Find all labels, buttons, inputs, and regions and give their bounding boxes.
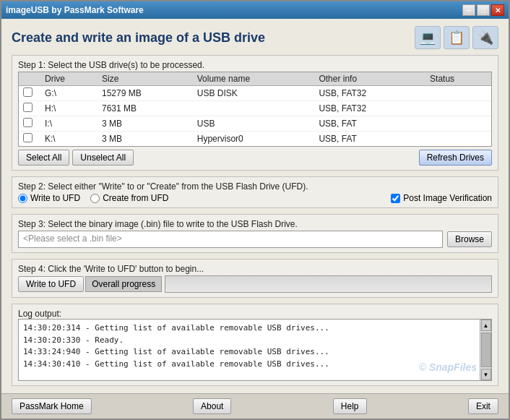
create-radio-text: Create from UFD xyxy=(103,193,168,203)
passmark-home-button[interactable]: PassMark Home xyxy=(12,398,92,414)
log-scrollbar: ▲ ▼ xyxy=(480,320,491,380)
post-verify-label[interactable]: Post Image Verification xyxy=(391,193,492,203)
log-line: 14:30:20:330 - Ready. xyxy=(23,335,475,347)
step2-section: Step 2: Select either "Write" to or "Cre… xyxy=(12,176,498,208)
drive-checkbox-cell[interactable] xyxy=(19,86,40,101)
step3-section: Step 3: Select the binary image (.bin) f… xyxy=(12,214,498,253)
drive-checkbox-0[interactable] xyxy=(23,87,33,97)
progress-row: Write to UFD Overall progress xyxy=(18,275,492,293)
create-radio[interactable] xyxy=(90,194,100,203)
progress-label: Overall progress xyxy=(85,276,162,292)
write-radio-text: Write to UFD xyxy=(30,193,80,203)
col-other: Other info xyxy=(314,72,425,86)
step3-row: <Please select a .bin file> Browse xyxy=(18,231,492,248)
log-text: 14:30:20:314 - Getting list of available… xyxy=(19,320,480,380)
drive-volume: USB DISK xyxy=(193,86,315,101)
browse-button[interactable]: Browse xyxy=(447,231,492,247)
app-title: Create and write an image of a USB drive xyxy=(12,30,265,46)
write-radio[interactable] xyxy=(18,194,27,203)
drive-checkbox-1[interactable] xyxy=(23,103,33,112)
drive-checkbox-2[interactable] xyxy=(23,118,33,127)
drive-volume: USB xyxy=(193,116,315,132)
log-label: Log output: xyxy=(18,309,492,319)
header-row: Create and write an image of a USB drive… xyxy=(12,26,498,49)
col-check xyxy=(19,72,40,86)
radio-group: Write to UFD Create from UFD xyxy=(18,193,168,203)
drive-other: USB, FAT32 xyxy=(314,101,425,116)
drive-checkbox-cell[interactable] xyxy=(19,116,40,132)
drive-other: USB, FAT xyxy=(314,116,425,132)
col-status: Status xyxy=(425,72,491,86)
write-radio-label[interactable]: Write to UFD xyxy=(18,193,80,203)
create-radio-label[interactable]: Create from UFD xyxy=(90,193,168,203)
file-input[interactable]: <Please select a .bin file> xyxy=(18,231,443,248)
select-all-button[interactable]: Select All xyxy=(18,150,69,166)
step2-row: Write to UFD Create from UFD Post Image … xyxy=(18,193,492,203)
drive-checkbox-cell[interactable] xyxy=(19,132,40,147)
drive-other: USB, FAT xyxy=(314,132,425,147)
drive-name: G:\ xyxy=(40,86,98,101)
drive-name: H:\ xyxy=(40,101,98,116)
computer-icon: 💻 xyxy=(415,26,441,49)
drive-other: USB, FAT32 xyxy=(314,86,425,101)
refresh-drives-button[interactable]: Refresh Drives xyxy=(419,150,492,166)
window-title: imageUSB by PassMark Software xyxy=(6,5,144,15)
main-content: Create and write an image of a USB drive… xyxy=(1,19,509,393)
col-volume: Volume name xyxy=(193,72,315,86)
progress-bar xyxy=(165,275,492,293)
about-button[interactable]: About xyxy=(193,398,231,414)
table-row: H:\ 7631 MB USB, FAT32 xyxy=(19,101,491,116)
usb-icon: 🔌 xyxy=(472,26,498,49)
log-line: 14:30:20:314 - Getting list of available… xyxy=(23,322,475,335)
drive-size: 3 MB xyxy=(98,132,193,147)
col-size: Size xyxy=(98,72,193,86)
col-drive: Drive xyxy=(40,72,98,86)
help-button[interactable]: Help xyxy=(333,398,367,414)
log-container: 14:30:20:314 - Getting list of available… xyxy=(18,319,492,381)
footer: PassMark Home About Help Exit xyxy=(1,393,509,419)
main-window: imageUSB by PassMark Software – □ ✕ Crea… xyxy=(0,0,510,420)
scrollbar-down-button[interactable]: ▼ xyxy=(481,369,491,380)
table-row: I:\ 3 MB USB USB, FAT xyxy=(19,116,491,132)
drive-status xyxy=(425,116,491,132)
table-header-row: Drive Size Volume name Other info Status xyxy=(19,72,491,86)
post-verify-text: Post Image Verification xyxy=(403,193,492,203)
drive-status xyxy=(425,86,491,101)
step1-label: Step 1: Select the USB drive(s) to be pr… xyxy=(18,60,492,70)
drive-size: 15279 MB xyxy=(98,86,193,101)
scrollbar-thumb[interactable] xyxy=(481,333,491,367)
step2-label: Step 2: Select either "Write" to or "Cre… xyxy=(18,181,492,192)
drive-checkbox-cell[interactable] xyxy=(19,101,40,116)
window-controls: – □ ✕ xyxy=(462,4,504,16)
unselect-all-button[interactable]: Unselect All xyxy=(72,150,134,166)
drive-volume: Hypervisor0 xyxy=(193,132,315,147)
title-bar: imageUSB by PassMark Software – □ ✕ xyxy=(1,1,509,19)
write-ufd-button[interactable]: Write to UFD xyxy=(18,276,84,292)
table-row: G:\ 15279 MB USB DISK USB, FAT32 xyxy=(19,86,491,101)
drive-volume xyxy=(193,101,315,116)
minimize-button[interactable]: – xyxy=(462,4,475,16)
close-button[interactable]: ✕ xyxy=(491,4,504,16)
exit-button[interactable]: Exit xyxy=(468,398,498,414)
drives-btn-left: Select All Unselect All xyxy=(18,150,134,166)
step4-label: Step 4: Click the 'Write to UFD' button … xyxy=(18,264,492,274)
drives-table-container: Drive Size Volume name Other info Status… xyxy=(18,72,492,147)
step4-section: Step 4: Click the 'Write to UFD' button … xyxy=(12,259,498,298)
drive-name: I:\ xyxy=(40,116,98,132)
drive-status xyxy=(425,132,491,147)
table-row: K:\ 3 MB Hypervisor0 USB, FAT xyxy=(19,132,491,147)
drives-btn-row: Select All Unselect All Refresh Drives xyxy=(18,150,492,166)
drives-table: Drive Size Volume name Other info Status… xyxy=(19,72,491,146)
file-placeholder: <Please select a .bin file> xyxy=(23,233,122,244)
drive-name: K:\ xyxy=(40,132,98,147)
scrollbar-up-button[interactable]: ▲ xyxy=(481,320,491,331)
log-line: 14:34:30:410 - Getting list of available… xyxy=(23,359,475,371)
header-icons: 💻 📋 🔌 xyxy=(415,26,498,49)
drive-size: 3 MB xyxy=(98,116,193,132)
maximize-button[interactable]: □ xyxy=(477,4,490,16)
post-verify-checkbox[interactable] xyxy=(391,194,400,203)
copy-icon: 📋 xyxy=(444,26,470,49)
drive-checkbox-3[interactable] xyxy=(23,133,33,142)
drive-status xyxy=(425,101,491,116)
log-section: Log output: 14:30:20:314 - Getting list … xyxy=(12,304,498,386)
